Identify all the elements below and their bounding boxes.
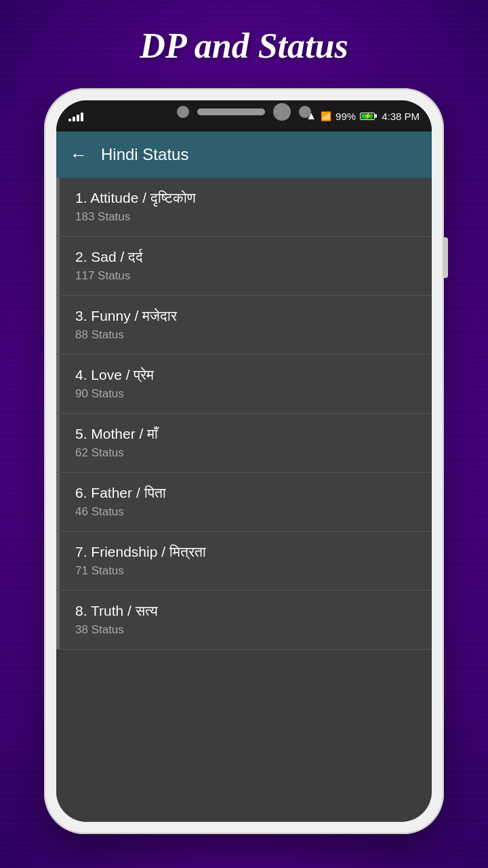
list-item[interactable]: 3. Funny / मजेदार88 Status (56, 296, 432, 355)
phone-shell: ▲ 📶 99% ⚡ 4:38 PM ← H (44, 88, 444, 834)
battery-icon: ⚡ (360, 113, 375, 120)
signal-bars-icon (68, 111, 83, 121)
status-right: ▲ 📶 99% ⚡ 4:38 PM (306, 110, 420, 122)
app-title: DP and Status (140, 26, 348, 66)
battery-percent: 99% (336, 111, 356, 122)
phone-side-button (443, 237, 448, 278)
status-left (68, 111, 83, 121)
list-item-subtitle: 62 Status (75, 446, 418, 460)
list-item[interactable]: 6. Father / पिता46 Status (56, 473, 432, 532)
list-item[interactable]: 8. Truth / सत्य38 Status (56, 591, 432, 650)
list-item-title: 3. Funny / मजेदार (75, 308, 418, 324)
list-item-title: 1. Attitude / दृष्टिकोण (75, 190, 418, 206)
list-item[interactable]: 7. Friendship / मित्रता71 Status (56, 532, 432, 591)
list-item-title: 5. Mother / माँ (75, 426, 418, 442)
phone-screen: ▲ 📶 99% ⚡ 4:38 PM ← H (56, 100, 432, 822)
list-item[interactable]: 5. Mother / माँ62 Status (56, 414, 432, 473)
app-bar: ← Hindi Status (56, 132, 432, 178)
list-item-subtitle: 90 Status (75, 387, 418, 401)
list-item-title: 7. Friendship / मित्रता (75, 544, 418, 560)
phone-dot-large (273, 103, 291, 121)
list-item-subtitle: 38 Status (75, 623, 418, 637)
back-button[interactable]: ← (70, 144, 87, 165)
list-item-subtitle: 71 Status (75, 564, 418, 578)
list-item-title: 2. Sad / दर्द (75, 249, 418, 265)
list-item-title: 8. Truth / सत्य (75, 603, 418, 619)
category-list: 1. Attitude / दृष्टिकोण183 Status2. Sad … (56, 178, 432, 822)
phone-camera (177, 106, 189, 118)
list-item-subtitle: 183 Status (75, 210, 418, 224)
battery-bolt-icon: ⚡ (364, 113, 371, 119)
phone-frame: ▲ 📶 99% ⚡ 4:38 PM ← H (44, 88, 444, 834)
list-item[interactable]: 1. Attitude / दृष्टिकोण183 Status (56, 178, 432, 237)
clock: 4:38 PM (382, 111, 420, 122)
signal-icon: 📶 (321, 111, 331, 121)
list-item-title: 4. Love / प्रेम (75, 367, 418, 383)
list-item-title: 6. Father / पिता (75, 485, 418, 501)
app-bar-title: Hindi Status (101, 145, 188, 164)
list-item-subtitle: 46 Status (75, 505, 418, 519)
list-item[interactable]: 2. Sad / दर्द117 Status (56, 237, 432, 296)
list-item-subtitle: 88 Status (75, 328, 418, 342)
phone-speaker (197, 108, 265, 115)
list-item-subtitle: 117 Status (75, 269, 418, 283)
list-item[interactable]: 4. Love / प्रेम90 Status (56, 355, 432, 414)
phone-dot-small (299, 106, 311, 118)
phone-top-bar (177, 103, 311, 121)
